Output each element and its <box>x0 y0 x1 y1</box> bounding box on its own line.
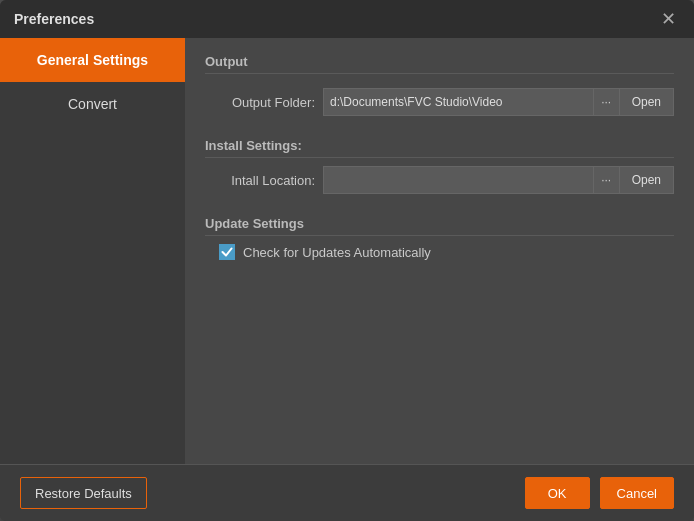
install-location-input[interactable] <box>323 166 593 194</box>
install-location-open-button[interactable]: Open <box>619 166 674 194</box>
sidebar-item-convert[interactable]: Convert <box>0 82 185 126</box>
output-folder-label: Output Folder: <box>205 95 315 110</box>
check-updates-label: Check for Updates Automatically <box>243 245 431 260</box>
output-folder-input-group: ··· Open <box>323 88 674 116</box>
output-section-header: Output <box>205 54 674 74</box>
preferences-dialog: Preferences ✕ General Settings Convert O… <box>0 0 694 521</box>
checkmark-icon <box>221 246 233 258</box>
restore-defaults-button[interactable]: Restore Defaults <box>20 477 147 509</box>
close-button[interactable]: ✕ <box>657 8 680 30</box>
install-location-row: Intall Location: ··· Open <box>205 166 674 194</box>
sidebar: General Settings Convert <box>0 38 185 464</box>
update-section-header: Update Settings <box>205 216 674 236</box>
title-bar: Preferences ✕ <box>0 0 694 38</box>
install-location-input-group: ··· Open <box>323 166 674 194</box>
output-folder-input[interactable] <box>323 88 593 116</box>
dialog-title: Preferences <box>14 11 94 27</box>
check-updates-checkbox[interactable] <box>219 244 235 260</box>
dialog-body: General Settings Convert Output Output F… <box>0 38 694 464</box>
install-section: Install Settings: Intall Location: ··· O… <box>205 138 674 202</box>
install-location-ellipsis-button[interactable]: ··· <box>593 166 619 194</box>
ok-button[interactable]: OK <box>525 477 590 509</box>
update-section: Update Settings Check for Updates Automa… <box>205 216 674 268</box>
sidebar-item-general-settings[interactable]: General Settings <box>0 38 185 82</box>
content-area: Output Output Folder: ··· Open Install S… <box>185 38 694 464</box>
output-folder-open-button[interactable]: Open <box>619 88 674 116</box>
install-location-label: Intall Location: <box>205 173 315 188</box>
cancel-button[interactable]: Cancel <box>600 477 674 509</box>
output-folder-ellipsis-button[interactable]: ··· <box>593 88 619 116</box>
footer-right-buttons: OK Cancel <box>525 477 674 509</box>
footer: Restore Defaults OK Cancel <box>0 464 694 521</box>
install-section-header: Install Settings: <box>205 138 674 158</box>
check-updates-row: Check for Updates Automatically <box>219 244 674 260</box>
output-folder-row: Output Folder: ··· Open <box>205 88 674 116</box>
